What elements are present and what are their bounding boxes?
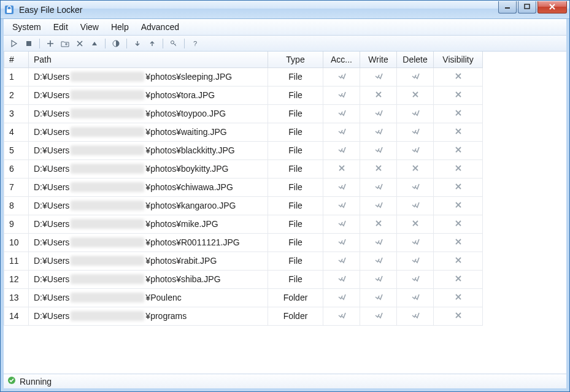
cell-visibility bbox=[434, 196, 483, 215]
cross-icon bbox=[454, 164, 463, 172]
menu-advanced[interactable]: Advanced bbox=[135, 20, 185, 34]
cell-access bbox=[323, 270, 360, 288]
path-suffix: ¥photos¥sleeping.JPG bbox=[145, 72, 232, 82]
check-icon bbox=[337, 201, 346, 209]
cell-access bbox=[323, 288, 360, 307]
statusbar: Running bbox=[4, 374, 566, 388]
add-folder-icon[interactable] bbox=[58, 37, 72, 50]
table-row[interactable]: 10D:¥Users¥photos¥R0011121.JPGFile bbox=[4, 233, 483, 252]
col-header-delete[interactable]: Delete bbox=[397, 52, 434, 67]
cell-type: Folder bbox=[268, 307, 323, 325]
path-prefix: D:¥Users bbox=[34, 182, 69, 192]
menu-edit[interactable]: Edit bbox=[47, 20, 74, 34]
table-row[interactable]: 9D:¥Users¥photos¥mike.JPGFile bbox=[4, 215, 483, 233]
arrow-up-icon[interactable] bbox=[145, 37, 159, 50]
check-icon bbox=[337, 72, 346, 80]
cell-visibility bbox=[434, 159, 483, 178]
cell-path: D:¥Users¥Poulenc bbox=[29, 288, 268, 307]
table-row[interactable]: 6D:¥Users¥photos¥boykitty.JPGFile bbox=[4, 159, 483, 178]
cell-access bbox=[323, 104, 360, 123]
col-header-type[interactable]: Type bbox=[268, 52, 323, 67]
path-suffix: ¥photos¥R0011121.JPG bbox=[145, 237, 239, 247]
table-row[interactable]: 4D:¥Users¥photos¥waiting.JPGFile bbox=[4, 123, 483, 141]
path-prefix: D:¥Users bbox=[34, 311, 69, 321]
table-row[interactable]: 3D:¥Users¥photos¥toypoo.JPGFile bbox=[4, 104, 483, 123]
svg-text:?: ? bbox=[193, 40, 197, 47]
check-icon bbox=[374, 237, 383, 246]
cell-type: File bbox=[268, 104, 323, 123]
path-suffix: ¥photos¥rabit.JPG bbox=[145, 256, 217, 266]
cell-delete bbox=[397, 215, 434, 233]
add-icon[interactable] bbox=[44, 37, 57, 50]
cross-icon bbox=[454, 109, 463, 117]
table-row[interactable]: 1D:¥Users¥photos¥sleeping.JPGFile bbox=[4, 67, 483, 86]
cross-icon bbox=[454, 311, 463, 320]
menu-help[interactable]: Help bbox=[105, 20, 135, 34]
up-triangle-icon[interactable] bbox=[88, 37, 101, 50]
col-header-num[interactable]: # bbox=[4, 52, 29, 67]
toolbar: ? bbox=[4, 36, 566, 52]
check-icon bbox=[411, 127, 420, 136]
cell-write bbox=[360, 270, 397, 288]
cell-path: D:¥Users¥photos¥mike.JPG bbox=[29, 215, 268, 233]
stop-icon[interactable] bbox=[22, 37, 36, 50]
cross-icon bbox=[337, 164, 346, 172]
check-icon bbox=[411, 237, 420, 246]
table-row[interactable]: 8D:¥Users¥photos¥kangaroo.JPGFile bbox=[4, 196, 483, 215]
cross-icon bbox=[411, 164, 420, 172]
table-row[interactable]: 13D:¥Users¥PoulencFolder bbox=[4, 288, 483, 307]
table-row[interactable]: 12D:¥Users¥photos¥shiba.JPGFile bbox=[4, 270, 483, 288]
file-grid[interactable]: # Path Type Acc... Write Delete Visibili… bbox=[4, 52, 566, 374]
status-ok-icon bbox=[7, 376, 16, 386]
menu-view[interactable]: View bbox=[74, 20, 105, 34]
cell-visibility bbox=[434, 67, 483, 86]
check-icon bbox=[337, 109, 346, 117]
cell-path: D:¥Users¥photos¥boykitty.JPG bbox=[29, 159, 268, 178]
col-header-path[interactable]: Path bbox=[29, 52, 268, 67]
minimize-button[interactable] bbox=[498, 1, 517, 13]
table-row[interactable]: 2D:¥Users¥photos¥tora.JPGFile bbox=[4, 86, 483, 104]
cell-write bbox=[360, 178, 397, 196]
menu-system[interactable]: System bbox=[6, 20, 47, 34]
cross-icon bbox=[374, 219, 383, 228]
col-header-access[interactable]: Acc... bbox=[323, 52, 360, 67]
cell-delete bbox=[397, 288, 434, 307]
titlebar[interactable]: Easy File Locker bbox=[1, 1, 569, 19]
path-suffix: ¥photos¥tora.JPG bbox=[145, 90, 215, 100]
cell-write bbox=[360, 288, 397, 307]
app-window: Easy File Locker System Edit View Help A… bbox=[0, 0, 570, 392]
cell-type: File bbox=[268, 141, 323, 159]
path-prefix: D:¥Users bbox=[34, 72, 69, 82]
col-header-visibility[interactable]: Visibility bbox=[434, 52, 483, 67]
cell-type: File bbox=[268, 215, 323, 233]
table-row[interactable]: 14D:¥Users¥programsFolder bbox=[4, 307, 483, 325]
contrast-icon[interactable] bbox=[109, 37, 123, 50]
cell-type: File bbox=[268, 270, 323, 288]
check-icon bbox=[374, 256, 383, 264]
arrow-down-icon[interactable] bbox=[131, 37, 144, 50]
col-header-write[interactable]: Write bbox=[360, 52, 397, 67]
cell-visibility bbox=[434, 233, 483, 252]
table-row[interactable]: 5D:¥Users¥photos¥blackkitty.JPGFile bbox=[4, 141, 483, 159]
redacted-segment bbox=[71, 145, 144, 155]
cell-visibility bbox=[434, 307, 483, 325]
key-icon[interactable] bbox=[167, 37, 180, 50]
check-icon bbox=[374, 145, 383, 154]
cell-visibility bbox=[434, 252, 483, 270]
check-icon bbox=[411, 109, 420, 117]
cell-path: D:¥Users¥photos¥kangaroo.JPG bbox=[29, 196, 268, 215]
cell-visibility bbox=[434, 215, 483, 233]
table-row[interactable]: 11D:¥Users¥photos¥rabit.JPGFile bbox=[4, 252, 483, 270]
table-row[interactable]: 7D:¥Users¥photos¥chiwawa.JPGFile bbox=[4, 178, 483, 196]
close-button[interactable] bbox=[537, 1, 567, 13]
check-icon bbox=[337, 145, 346, 154]
maximize-button[interactable] bbox=[518, 1, 536, 13]
cell-write bbox=[360, 141, 397, 159]
cell-write bbox=[360, 307, 397, 325]
cell-num: 14 bbox=[4, 307, 29, 325]
remove-icon[interactable] bbox=[73, 37, 87, 50]
help-icon[interactable]: ? bbox=[188, 37, 202, 50]
cell-delete bbox=[397, 159, 434, 178]
check-icon bbox=[374, 72, 383, 80]
play-icon[interactable] bbox=[7, 37, 21, 50]
